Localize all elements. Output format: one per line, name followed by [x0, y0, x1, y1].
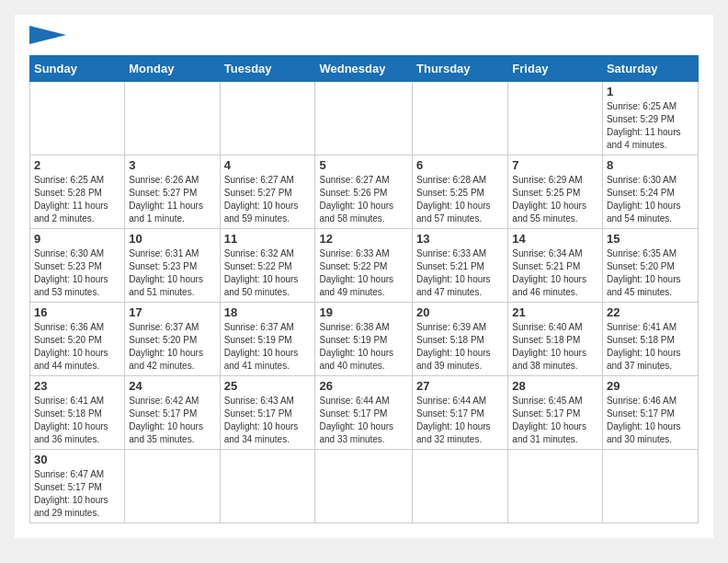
day-number: 29 [607, 379, 694, 393]
day-info: Sunrise: 6:34 AM Sunset: 5:21 PM Dayligh… [512, 247, 598, 299]
calendar-cell [413, 450, 508, 523]
day-number: 12 [319, 232, 408, 246]
day-info: Sunrise: 6:27 AM Sunset: 5:27 PM Dayligh… [224, 174, 312, 225]
day-number: 17 [129, 305, 215, 319]
day-number: 9 [34, 232, 120, 246]
calendar-cell: 19Sunrise: 6:38 AM Sunset: 5:19 PM Dayli… [315, 303, 413, 376]
day-info: Sunrise: 6:44 AM Sunset: 5:17 PM Dayligh… [416, 395, 504, 446]
day-number: 24 [129, 379, 215, 393]
calendar-cell [220, 450, 315, 523]
weekday-header: Friday [508, 56, 603, 82]
calendar-cell: 24Sunrise: 6:42 AM Sunset: 5:17 PM Dayli… [125, 376, 220, 450]
day-number: 18 [224, 305, 312, 319]
calendar-week-row: 2Sunrise: 6:25 AM Sunset: 5:28 PM Daylig… [30, 155, 699, 229]
day-number: 7 [512, 158, 598, 172]
calendar-cell: 21Sunrise: 6:40 AM Sunset: 5:18 PM Dayli… [508, 303, 603, 376]
calendar-cell [125, 450, 220, 523]
day-info: Sunrise: 6:41 AM Sunset: 5:18 PM Dayligh… [607, 321, 694, 373]
day-number: 13 [416, 232, 504, 246]
day-number: 22 [607, 305, 694, 319]
calendar-cell: 4Sunrise: 6:27 AM Sunset: 5:27 PM Daylig… [220, 155, 315, 229]
weekday-header: Wednesday [315, 56, 413, 82]
day-info: Sunrise: 6:37 AM Sunset: 5:19 PM Dayligh… [224, 321, 312, 373]
logo [29, 29, 66, 44]
day-info: Sunrise: 6:37 AM Sunset: 5:20 PM Dayligh… [129, 321, 215, 373]
calendar-cell: 6Sunrise: 6:28 AM Sunset: 5:25 PM Daylig… [413, 155, 508, 229]
calendar-cell: 13Sunrise: 6:33 AM Sunset: 5:21 PM Dayli… [413, 229, 508, 303]
weekday-header-row: SundayMondayTuesdayWednesdayThursdayFrid… [30, 56, 699, 82]
day-info: Sunrise: 6:43 AM Sunset: 5:17 PM Dayligh… [224, 395, 312, 446]
day-number: 4 [224, 158, 312, 172]
calendar-cell: 7Sunrise: 6:29 AM Sunset: 5:25 PM Daylig… [508, 155, 603, 229]
calendar-week-row: 23Sunrise: 6:41 AM Sunset: 5:18 PM Dayli… [30, 376, 699, 450]
day-number: 2 [34, 158, 120, 172]
calendar-cell: 14Sunrise: 6:34 AM Sunset: 5:21 PM Dayli… [508, 229, 603, 303]
calendar-cell: 29Sunrise: 6:46 AM Sunset: 5:17 PM Dayli… [602, 376, 698, 450]
day-info: Sunrise: 6:27 AM Sunset: 5:26 PM Dayligh… [319, 174, 408, 225]
weekday-header: Thursday [413, 56, 508, 82]
calendar-cell: 26Sunrise: 6:44 AM Sunset: 5:17 PM Dayli… [315, 376, 413, 450]
calendar-cell: 1Sunrise: 6:25 AM Sunset: 5:29 PM Daylig… [602, 82, 698, 155]
day-info: Sunrise: 6:42 AM Sunset: 5:17 PM Dayligh… [129, 395, 215, 446]
day-info: Sunrise: 6:29 AM Sunset: 5:25 PM Dayligh… [512, 174, 598, 225]
calendar-cell: 20Sunrise: 6:39 AM Sunset: 5:18 PM Dayli… [413, 303, 508, 376]
day-info: Sunrise: 6:39 AM Sunset: 5:18 PM Dayligh… [416, 321, 504, 373]
calendar-cell: 18Sunrise: 6:37 AM Sunset: 5:19 PM Dayli… [220, 303, 315, 376]
calendar-cell [315, 450, 413, 523]
calendar-cell [413, 82, 508, 155]
calendar-cell: 5Sunrise: 6:27 AM Sunset: 5:26 PM Daylig… [315, 155, 413, 229]
day-number: 27 [416, 379, 504, 393]
calendar-cell: 23Sunrise: 6:41 AM Sunset: 5:18 PM Dayli… [30, 376, 125, 450]
logo-icon [29, 26, 66, 44]
day-info: Sunrise: 6:30 AM Sunset: 5:23 PM Dayligh… [34, 247, 120, 299]
calendar-cell: 30Sunrise: 6:47 AM Sunset: 5:17 PM Dayli… [30, 450, 125, 523]
day-number: 15 [607, 232, 694, 246]
day-number: 5 [319, 158, 408, 172]
header [29, 29, 699, 44]
calendar-cell: 2Sunrise: 6:25 AM Sunset: 5:28 PM Daylig… [30, 155, 125, 229]
day-info: Sunrise: 6:26 AM Sunset: 5:27 PM Dayligh… [129, 174, 215, 225]
calendar-cell [315, 82, 413, 155]
calendar-cell [220, 82, 315, 155]
weekday-header: Sunday [30, 56, 125, 82]
calendar-week-row: 9Sunrise: 6:30 AM Sunset: 5:23 PM Daylig… [30, 229, 699, 303]
calendar-cell: 22Sunrise: 6:41 AM Sunset: 5:18 PM Dayli… [602, 303, 698, 376]
calendar-cell [125, 82, 220, 155]
calendar-cell: 11Sunrise: 6:32 AM Sunset: 5:22 PM Dayli… [220, 229, 315, 303]
calendar-cell [508, 82, 603, 155]
day-number: 1 [607, 85, 694, 98]
day-number: 10 [129, 232, 215, 246]
weekday-header: Monday [125, 56, 220, 82]
calendar-cell [30, 82, 125, 155]
day-number: 21 [512, 305, 598, 319]
calendar-cell [602, 450, 698, 523]
page: SundayMondayTuesdayWednesdayThursdayFrid… [15, 15, 713, 538]
calendar-cell: 17Sunrise: 6:37 AM Sunset: 5:20 PM Dayli… [125, 303, 220, 376]
weekday-header: Saturday [602, 56, 698, 82]
calendar-week-row: 16Sunrise: 6:36 AM Sunset: 5:20 PM Dayli… [30, 303, 699, 376]
day-number: 20 [416, 305, 504, 319]
calendar-cell: 3Sunrise: 6:26 AM Sunset: 5:27 PM Daylig… [125, 155, 220, 229]
calendar-cell: 12Sunrise: 6:33 AM Sunset: 5:22 PM Dayli… [315, 229, 413, 303]
day-number: 16 [34, 305, 120, 319]
calendar-cell: 15Sunrise: 6:35 AM Sunset: 5:20 PM Dayli… [602, 229, 698, 303]
calendar-cell: 27Sunrise: 6:44 AM Sunset: 5:17 PM Dayli… [413, 376, 508, 450]
day-number: 14 [512, 232, 598, 246]
day-info: Sunrise: 6:31 AM Sunset: 5:23 PM Dayligh… [129, 247, 215, 299]
calendar-week-row: 1Sunrise: 6:25 AM Sunset: 5:29 PM Daylig… [30, 82, 699, 155]
day-number: 28 [512, 379, 598, 393]
day-number: 26 [319, 379, 408, 393]
calendar-week-row: 30Sunrise: 6:47 AM Sunset: 5:17 PM Dayli… [30, 450, 699, 523]
day-number: 11 [224, 232, 312, 246]
day-info: Sunrise: 6:47 AM Sunset: 5:17 PM Dayligh… [34, 468, 120, 520]
calendar-cell: 16Sunrise: 6:36 AM Sunset: 5:20 PM Dayli… [30, 303, 125, 376]
weekday-header: Tuesday [220, 56, 315, 82]
calendar-cell: 25Sunrise: 6:43 AM Sunset: 5:17 PM Dayli… [220, 376, 315, 450]
calendar-table: SundayMondayTuesdayWednesdayThursdayFrid… [29, 55, 699, 523]
day-info: Sunrise: 6:33 AM Sunset: 5:22 PM Dayligh… [319, 247, 408, 299]
day-info: Sunrise: 6:46 AM Sunset: 5:17 PM Dayligh… [607, 395, 694, 446]
day-number: 8 [607, 158, 694, 172]
calendar-cell: 28Sunrise: 6:45 AM Sunset: 5:17 PM Dayli… [508, 376, 603, 450]
svg-marker-0 [29, 26, 66, 44]
day-info: Sunrise: 6:28 AM Sunset: 5:25 PM Dayligh… [416, 174, 504, 225]
